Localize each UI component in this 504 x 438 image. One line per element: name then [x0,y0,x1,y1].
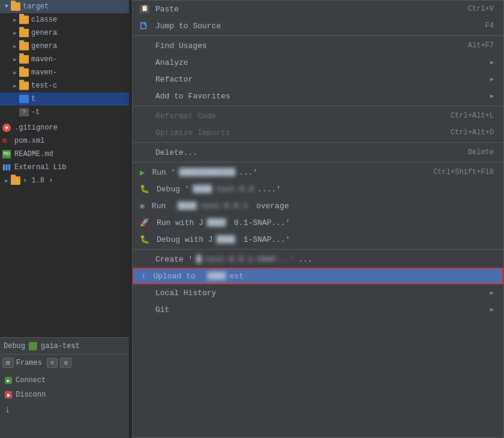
paste-label: Paste [155,5,179,14]
menu-item-find-usages[interactable]: Find Usages Alt+F7 [133,37,503,54]
svg-line-4 [143,23,147,26]
menu-item-paste[interactable]: 📋 Paste Ctrl+V [133,1,503,17]
tree-label: genera [31,29,57,37]
menu-label: ⬆ Upload to ████est [141,271,244,281]
tree-item-genera2[interactable]: ▶ genera [0,40,129,53]
run-label: Run ' [152,168,175,177]
menu-label: Create '█-test-0.0.1-SNAP...'... [140,255,313,264]
tree-item-genera1[interactable]: ▶ genera [0,26,129,40]
menu-label: Reformat Code [140,112,216,121]
arrow-icon: ▶ [2,176,11,185]
debug-blurred: ████ test-0.0 [193,185,254,194]
menu-item-delete[interactable]: Delete... Delete [133,144,503,161]
tree-label: t [31,95,35,103]
file-icon [19,95,29,103]
arrow-icon: ▶ [11,82,19,90]
md-icon: MD [2,150,11,158]
tree-label: .gitignore [14,124,58,132]
upload-icon: ⬆ [141,271,146,281]
debug-label: Debug [4,342,25,350]
submenu-arrow-icon: ▶ [490,306,494,313]
folder-icon [19,29,29,37]
tree-item-maven2[interactable]: ▶ maven- [0,66,129,79]
tree-label: pom.xml [14,137,44,145]
paste-shortcut: Ctrl+V [468,5,494,13]
arrow-icon: ▶ [11,42,19,50]
run-jr-end: 0.1-SNAP...' [229,218,290,227]
tree-item-readme[interactable]: MD README.md [0,148,129,161]
tree-label: test-c [31,82,57,90]
tree-item-selected[interactable]: t [0,92,129,106]
tree-item-question[interactable]: ? -t [0,106,129,119]
menu-item-jump-to-source[interactable]: Jump to Source F4 [133,17,503,34]
tree-label: External Lib [14,163,66,172]
menu-item-debug-jr[interactable]: 🐛 Debug with J████ 1-SNAP...' [133,231,503,248]
tree-item-extlib[interactable]: External Lib [0,161,129,174]
panel-btn3[interactable]: ⚙ [60,358,71,368]
menu-item-reformat: Reformat Code Ctrl+Alt+L [133,107,503,124]
folder-icon [19,68,29,77]
run-jr-blurred: ████ [207,218,226,227]
connect-icon: ▶ [5,377,12,384]
menu-label: 🐛 Debug with J████ 1-SNAP...' [140,235,290,244]
optimize-label: Optimize Imports [155,128,230,137]
git-label: Git [155,305,169,314]
menu-label: Find Usages [140,41,207,50]
coverage-end: overage [251,202,289,211]
debug-bar: Debug gaia-test [0,337,129,354]
coverage-label: Run [152,202,166,211]
tree-item-gitignore[interactable]: ◆ .gitignore [0,121,129,134]
panel-btn2[interactable]: ≡ [47,358,58,368]
arrow-icon: ▼ [2,2,11,11]
frames-panel: ⊞ Frames ≡ ⚙ [0,354,129,371]
run-end: ...' [239,168,257,177]
menu-item-git[interactable]: Git ▶ [133,301,503,318]
folder-icon [19,55,29,64]
menu-item-run-coverage[interactable]: ◉ Run ████-test-0.0.1 overage [133,197,503,214]
delete-shortcut: Delete [468,148,494,157]
menu-item-analyze[interactable]: Analyze ▶ [133,54,503,71]
create-blurred: █-test-0.0.1-SNAP...' [196,255,295,264]
connect-label: Connect [16,376,46,385]
debug-jr-blurred: ████ [217,235,235,244]
lib-icon [2,163,11,172]
debug-jr-icon: 🐛 [140,235,149,244]
connect-row: ▶ Connect [5,373,124,388]
reformat-shortcut: Ctrl+Alt+L [451,112,494,120]
optimize-shortcut: Ctrl+Alt+O [451,128,494,137]
folder-icon [11,176,20,185]
frames-btn[interactable]: ⊞ [2,358,14,368]
tree-item-target[interactable]: ▼ target [0,0,129,13]
menu-item-refactor[interactable]: Refactor ▶ [133,71,503,88]
tree-item-maven1[interactable]: ▶ maven- [0,53,129,66]
separator-1 [133,35,503,36]
tree-item-testc[interactable]: ▶ test-c [0,79,129,92]
question-icon: ? [19,108,29,116]
svg-rect-1 [6,164,8,170]
debug-jr-label: Debug with J [157,235,213,244]
separator-2 [133,106,503,106]
folder-icon [11,2,20,11]
arrow-down-icon: ↓ [5,404,124,415]
tree-item-version[interactable]: ▶ ‹ 1.8 › [0,174,129,187]
refactor-label: Refactor [155,75,193,84]
menu-item-run[interactable]: ▶ Run '████████████...' Ctrl+Shift+F10 [133,164,503,181]
run-icon: ▶ [140,167,145,178]
analyze-label: Analyze [155,58,188,67]
menu-item-upload[interactable]: ⬆ Upload to ████est [133,268,503,284]
menu-label: Add to Favorites [140,92,230,101]
menu-item-debug[interactable]: 🐛 Debug '████ test-0.0....' [133,181,503,197]
tree-item-pom[interactable]: m pom.xml [0,134,129,148]
tree-item-classes[interactable]: ▶ classe [0,13,129,26]
run-shortcut: Ctrl+Shift+F10 [433,168,494,176]
paste-icon: 📋 [140,5,149,13]
upload-blurred: ████ [207,272,226,281]
menu-label: Local History [140,289,216,298]
menu-item-create[interactable]: Create '█-test-0.0.1-SNAP...'... [133,251,503,268]
reformat-label: Reformat Code [155,112,216,121]
menu-item-local-history[interactable]: Local History ▶ [133,284,503,301]
menu-item-run-jr[interactable]: 🚀 Run with J████ 0.1-SNAP...' [133,214,503,231]
favorites-label: Add to Favorites [155,92,230,101]
menu-item-add-favorites[interactable]: Add to Favorites ▶ [133,88,503,104]
rocket-icon: 🚀 [140,218,149,227]
